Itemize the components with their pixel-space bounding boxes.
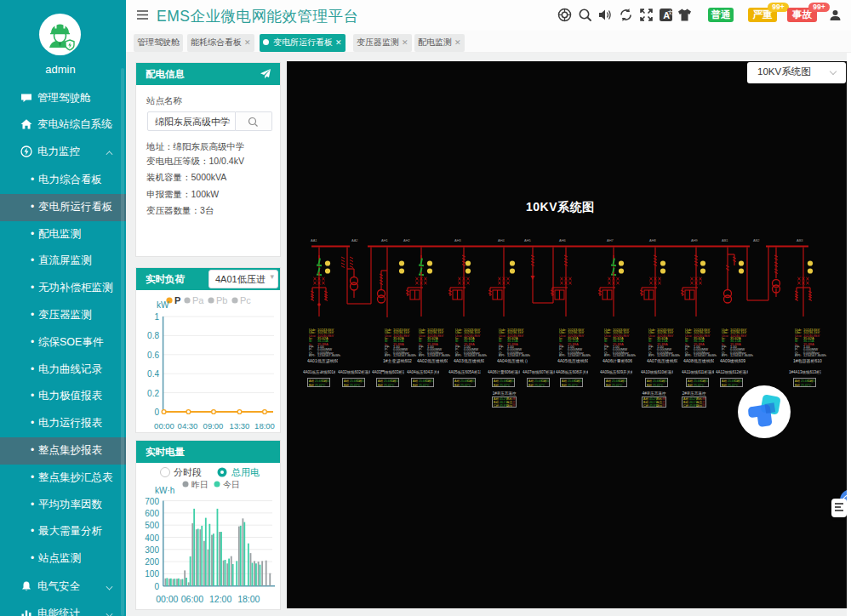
svg-text:0: 0 <box>154 408 159 417</box>
svg-text:12:00: 12:00 <box>209 594 231 604</box>
svg-text:200: 200 <box>145 557 159 567</box>
svg-text:00:00: 00:00 <box>154 421 174 431</box>
svg-text:04:30: 04:30 <box>178 421 198 431</box>
svg-text:0.4: 0.4 <box>147 369 159 379</box>
svg-text:kW: kW <box>157 300 169 310</box>
svg-text:P: P <box>174 295 180 305</box>
svg-text:昨日: 昨日 <box>191 480 208 489</box>
svg-text:0: 0 <box>154 582 159 591</box>
svg-text:Pa: Pa <box>192 295 204 305</box>
svg-text:0.8: 0.8 <box>147 331 159 340</box>
svg-text:300: 300 <box>145 545 159 555</box>
svg-text:18:00: 18:00 <box>237 594 260 604</box>
svg-text:0.2: 0.2 <box>147 389 159 398</box>
svg-text:100: 100 <box>145 569 159 579</box>
svg-text:总用电: 总用电 <box>231 467 260 477</box>
svg-text:Pc: Pc <box>240 295 251 305</box>
svg-text:今日: 今日 <box>223 480 240 489</box>
svg-text:600: 600 <box>145 509 159 518</box>
svg-text:分时段: 分时段 <box>174 467 202 477</box>
svg-text:500: 500 <box>145 521 159 530</box>
svg-text:1: 1 <box>154 312 159 322</box>
svg-text:400: 400 <box>145 533 159 543</box>
svg-text:13:30: 13:30 <box>230 421 250 431</box>
svg-text:0.6: 0.6 <box>147 351 159 360</box>
svg-text:文: 文 <box>668 9 674 15</box>
svg-text:00:00: 00:00 <box>156 594 178 604</box>
svg-text:Pb: Pb <box>216 295 227 305</box>
svg-text:18:00: 18:00 <box>254 421 275 431</box>
svg-text:700: 700 <box>145 497 159 506</box>
svg-text:06:00: 06:00 <box>181 594 203 604</box>
svg-text:09:00: 09:00 <box>203 421 224 431</box>
svg-text:kW·h: kW·h <box>155 486 174 495</box>
